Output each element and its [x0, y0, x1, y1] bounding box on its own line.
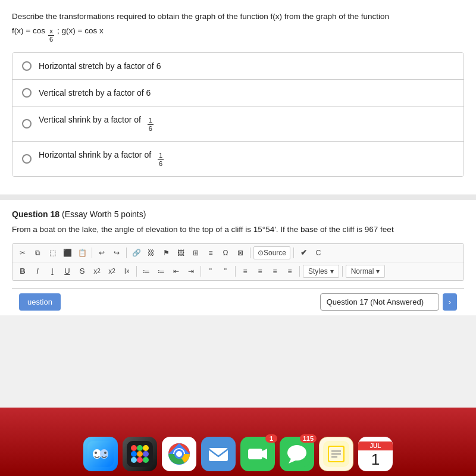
paste-button[interactable]: 📋 [76, 246, 89, 259]
normal-dropdown[interactable]: Normal ▾ [346, 265, 386, 278]
align-left-button[interactable]: ≡ [239, 265, 252, 278]
fraction-1-over-6-opt4: 1 6 [158, 152, 164, 168]
launchpad-icon [123, 437, 157, 471]
link-button[interactable]: 🔗 [130, 246, 143, 259]
cut-button[interactable]: ✂ [16, 246, 29, 259]
source-icon: ⊙ [258, 249, 264, 257]
underline-button[interactable]: U [61, 265, 74, 278]
fraction-x-over-6: x 6 [48, 27, 54, 43]
spellcheck-button[interactable]: ✔ [297, 246, 310, 259]
undo-button[interactable]: ↩ [95, 246, 108, 259]
svg-point-19 [176, 451, 182, 457]
dock-messages[interactable]: 115 [280, 437, 314, 471]
option-2[interactable]: Vertical stretch by a factor of 6 [12, 80, 464, 107]
question-nav-select: Question 17 (Not Answered) › [320, 293, 457, 311]
macos-dock: 1 115 JUL 1 [0, 408, 476, 476]
dock-facetime[interactable]: 1 [240, 437, 275, 471]
prev-question-button[interactable]: uestion [19, 293, 61, 311]
paste-format-button[interactable]: ⬛ [61, 246, 74, 259]
ordered-list-button[interactable]: ≔ [140, 265, 153, 278]
svg-point-11 [143, 451, 149, 457]
flag-button[interactable]: ⚑ [159, 246, 173, 259]
option-3-text: Vertical shrink by a factor of 1 6 [39, 115, 154, 133]
outdent-button[interactable]: ⇤ [170, 265, 183, 278]
notes-icon [319, 437, 353, 471]
normal-label: Normal [351, 267, 374, 275]
question-description: Describe the transformations required to… [12, 11, 464, 23]
radio-option-1[interactable] [22, 61, 32, 71]
mail-icon [201, 437, 236, 471]
editor-toolbar: ✂ ⧉ ⬚ ⬛ 📋 ↩ ↪ 🔗 ⛓ ⚑ 🖼 ⊞ ≡ Ω ⊠ ⊙ [12, 243, 464, 281]
c-button[interactable]: C [312, 246, 325, 259]
option-4-text: Horizontal shrink by a factor of 1 6 [39, 150, 164, 168]
q18-worth: (Essay Worth 5 points) [62, 209, 146, 219]
question-dropdown[interactable]: Question 17 (Not Answered) [320, 293, 439, 311]
indent-button[interactable]: ⇥ [184, 265, 198, 278]
separator-2 [126, 248, 127, 258]
option-1[interactable]: Horizontal stretch by a factor of 6 [12, 53, 464, 80]
remove-format-button[interactable]: Ix [120, 265, 133, 278]
align-center-button[interactable]: ≡ [253, 265, 267, 278]
svg-point-6 [131, 445, 137, 451]
navigation-bar: uestion Question 17 (Not Answered) › [12, 288, 464, 315]
superscript-button[interactable]: x2 [105, 265, 118, 278]
unlink-button[interactable]: ⛓ [145, 246, 158, 259]
styles-dropdown[interactable]: Styles ▾ [303, 265, 339, 278]
strikethrough-button[interactable]: S [76, 265, 89, 278]
subscript-button[interactable]: x2 [90, 265, 104, 278]
option-4[interactable]: Horizontal shrink by a factor of 1 6 [12, 142, 464, 176]
dock-chrome[interactable] [162, 437, 196, 471]
dock-mail[interactable] [201, 437, 236, 471]
styles-label: Styles [308, 267, 328, 275]
chrome-icon [162, 437, 196, 471]
svg-point-8 [143, 445, 149, 451]
image-button[interactable]: 🖼 [174, 246, 187, 259]
italic-button[interactable]: I [31, 265, 44, 278]
align-right-button[interactable]: ≡ [268, 265, 281, 278]
calendar-month: JUL [358, 441, 393, 450]
separator-6 [201, 266, 201, 277]
copy-format-button[interactable]: ⬚ [46, 246, 59, 259]
dock-finder[interactable] [83, 437, 118, 471]
source-button[interactable]: ⊙ Source [253, 246, 290, 259]
bold-button[interactable]: B [16, 265, 29, 278]
function-definition: f(x) = cos x 6 ; g(x) = cos x [12, 26, 464, 43]
align-justify-button[interactable]: ≡ [283, 265, 296, 278]
quote-open-button[interactable]: " [204, 265, 217, 278]
svg-point-7 [137, 445, 143, 451]
underline-button-sub[interactable]: I [46, 265, 59, 278]
option-3[interactable]: Vertical shrink by a factor of 1 6 [12, 107, 464, 142]
option-2-text: Vertical stretch by a factor of 6 [39, 88, 151, 98]
svg-point-10 [137, 451, 143, 457]
toolbar-row-1: ✂ ⧉ ⬚ ⬛ 📋 ↩ ↪ 🔗 ⛓ ⚑ 🖼 ⊞ ≡ Ω ⊠ ⊙ [12, 244, 464, 262]
answer-options: Horizontal stretch by a factor of 6 Vert… [12, 52, 464, 177]
option-1-text: Horizontal stretch by a factor of 6 [39, 61, 161, 71]
radio-option-3[interactable] [22, 119, 32, 129]
align-button[interactable]: ≡ [204, 246, 217, 259]
next-question-button[interactable]: › [443, 293, 457, 311]
svg-point-12 [131, 457, 137, 463]
resize-button[interactable]: ⊠ [234, 246, 247, 259]
redo-button[interactable]: ↪ [110, 246, 123, 259]
radio-option-4[interactable] [22, 154, 32, 164]
separator-3 [250, 248, 250, 258]
separator-5 [136, 266, 137, 277]
svg-point-3 [95, 452, 97, 454]
table-button[interactable]: ⊞ [189, 246, 202, 259]
omega-button[interactable]: Ω [219, 246, 232, 259]
q18-header: Question 18 (Essay Worth 5 points) [12, 209, 464, 219]
unordered-list-button[interactable]: ≔ [155, 265, 168, 278]
q18-label: Question 18 [12, 209, 60, 219]
quote-close-button[interactable]: " [219, 265, 232, 278]
dock-launchpad[interactable] [123, 437, 157, 471]
calendar-icon: JUL 1 [358, 437, 393, 471]
radio-option-2[interactable] [22, 88, 32, 98]
svg-point-4 [104, 452, 107, 454]
calendar-day: 1 [358, 450, 393, 467]
fraction-1-over-6-opt3: 1 6 [148, 117, 154, 133]
dock-calendar[interactable]: JUL 1 [358, 437, 393, 471]
separator-7 [235, 266, 236, 277]
copy-button[interactable]: ⧉ [31, 246, 44, 259]
svg-point-9 [131, 451, 137, 457]
dock-notes[interactable] [319, 437, 353, 471]
